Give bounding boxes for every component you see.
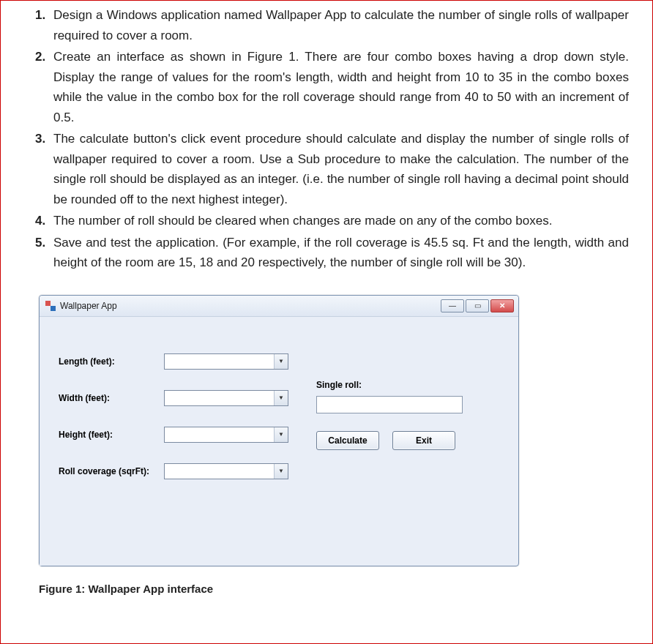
chevron-down-icon: ▼ [274,391,288,405]
coverage-label: Roll coverage (sqrFt): [59,466,161,476]
figure-label: Figure 1: [39,583,85,595]
figure-caption-text: Wallpaper App interface [89,583,214,595]
exit-button[interactable]: Exit [392,431,455,450]
maximize-icon: ▭ [474,302,481,310]
instruction-item-1: Design a Windows application named Wallp… [49,5,629,45]
app-icon [45,301,56,311]
chevron-down-icon: ▼ [274,354,288,369]
titlebar-left: Wallpaper App [45,301,117,311]
client-area: Length (feet): ▼ Width (feet): ▼ Height … [40,317,508,566]
button-row: Calculate Exit [316,431,463,450]
chevron-down-icon: ▼ [274,464,288,479]
height-combobox-value [165,427,274,442]
height-label: Height (feet): [59,430,161,440]
minimize-button[interactable]: — [441,299,464,312]
single-roll-output [316,396,463,413]
calculate-button[interactable]: Calculate [316,431,379,450]
app-window: Wallpaper App — ▭ ✕ Length (feet): ▼ [39,295,519,566]
single-roll-label: Single roll: [316,380,463,390]
figure-caption: Figure 1: Wallpaper App interface [39,583,636,595]
instruction-item-2: Create an interface as shown in Figure 1… [49,47,629,127]
instruction-item-3: The calculate button's click event proce… [49,129,629,209]
length-label: Length (feet): [59,356,161,367]
instruction-item-5: Save and test the application. (For exam… [49,233,629,273]
coverage-combobox-value [165,464,274,479]
length-combobox-value [165,354,274,369]
window-control-buttons: — ▭ ✕ [441,299,514,312]
maximize-button[interactable]: ▭ [466,299,489,312]
page-border: Design a Windows application named Wallp… [0,0,653,644]
instruction-item-4: The number of roll should be cleared whe… [49,211,629,231]
coverage-combobox[interactable]: ▼ [164,463,288,479]
form-left-column: Length (feet): ▼ Width (feet): ▼ Height … [59,343,288,558]
width-combobox-value [165,391,274,405]
instruction-list: Design a Windows application named Wallp… [17,5,636,273]
form-right-column: Single roll: Calculate Exit [316,343,463,558]
height-combobox[interactable]: ▼ [164,427,288,443]
close-button[interactable]: ✕ [490,299,514,312]
width-label: Width (feet): [59,393,161,403]
width-combobox[interactable]: ▼ [164,390,288,406]
titlebar[interactable]: Wallpaper App — ▭ ✕ [40,296,518,317]
minimize-icon: — [449,302,456,310]
window-title: Wallpaper App [60,301,117,311]
length-combobox[interactable]: ▼ [164,353,288,370]
chevron-down-icon: ▼ [274,427,288,442]
close-icon: ✕ [499,302,505,310]
